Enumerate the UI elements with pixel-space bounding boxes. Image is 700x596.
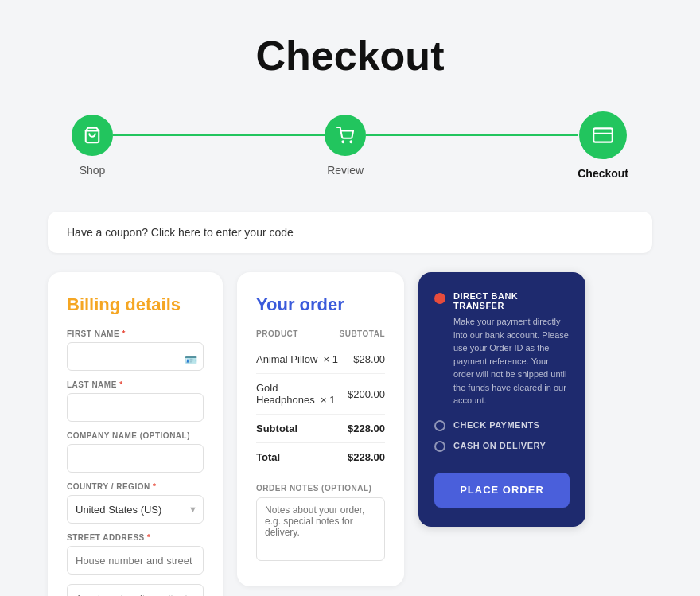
last-name-input[interactable] (67, 393, 204, 422)
step-review-circle (325, 115, 366, 156)
step-shop[interactable]: Shop (72, 115, 113, 177)
step-checkout-label: Checkout (578, 167, 628, 180)
item-2-name: Gold Headphones × 1 (256, 374, 339, 415)
step-line-1 (113, 134, 325, 136)
bank-transfer-title: DIRECT BANK TRANSFER (453, 291, 570, 310)
progress-steps: Shop Review (48, 111, 652, 180)
order-item-1: Animal Pillow × 1 $28.00 (256, 345, 385, 374)
payment-card: DIRECT BANK TRANSFER Make your payment d… (418, 272, 585, 527)
place-order-button[interactable]: PLACE ORDER (434, 473, 570, 508)
country-select[interactable]: United States (US) Canada United Kingdom (67, 495, 204, 524)
payment-option-check[interactable]: CHECK PAYMENTS (434, 419, 570, 431)
step-line-2 (366, 134, 578, 136)
subtotal-label: Subtotal (256, 415, 339, 443)
company-label: COMPANY NAME (OPTIONAL) (67, 431, 204, 440)
country-label: COUNTRY / REGION * (67, 482, 204, 491)
subtotal-value: $228.00 (339, 415, 385, 443)
billing-card: Billing details FIRST NAME * 🪪 LAST NAME… (48, 272, 223, 596)
step-shop-label: Shop (80, 164, 106, 177)
last-name-label: LAST NAME * (67, 380, 204, 389)
street-label: STREET ADDRESS * (67, 533, 204, 542)
total-label: Total (256, 443, 339, 472)
first-name-label: FIRST NAME * (67, 329, 204, 338)
bank-transfer-content: DIRECT BANK TRANSFER Make your payment d… (453, 291, 570, 407)
id-icon: 🪪 (185, 354, 197, 366)
order-item-2: Gold Headphones × 1 $200.00 (256, 374, 385, 415)
country-wrapper: United States (US) Canada United Kingdom… (67, 495, 204, 524)
order-card: Your order PRODUCT SUBTOTAL Animal Pillo… (237, 272, 404, 586)
apt-input[interactable] (67, 584, 204, 596)
svg-point-1 (342, 141, 344, 142)
item-1-name: Animal Pillow × 1 (256, 345, 339, 374)
check-label: CHECK PAYMENTS (453, 420, 539, 430)
radio-bank-transfer[interactable] (434, 293, 445, 304)
item-1-price: $28.00 (339, 345, 385, 374)
svg-point-2 (351, 141, 352, 142)
first-name-input[interactable] (67, 342, 204, 371)
bank-transfer-desc: Make your payment directly into our bank… (453, 315, 570, 407)
svg-rect-3 (593, 128, 612, 142)
cod-label: CASH ON DELIVERY (453, 441, 546, 450)
order-title: Your order (256, 294, 385, 315)
step-review[interactable]: Review (325, 115, 366, 177)
step-checkout[interactable]: Checkout (578, 111, 628, 180)
subtotal-row: Subtotal $228.00 (256, 415, 385, 443)
page-title: Checkout (48, 32, 652, 80)
total-value: $228.00 (339, 443, 385, 472)
col-subtotal: SUBTOTAL (339, 329, 385, 345)
step-shop-circle (72, 115, 113, 156)
radio-check[interactable] (434, 420, 445, 431)
street-input[interactable] (67, 546, 204, 575)
main-content: Billing details FIRST NAME * 🪪 LAST NAME… (48, 272, 652, 596)
notes-label: ORDER NOTES (OPTIONAL) (256, 484, 385, 493)
payment-option-cod[interactable]: CASH ON DELIVERY (434, 439, 570, 452)
order-table: PRODUCT SUBTOTAL Animal Pillow × 1 $28.0… (256, 329, 385, 471)
notes-textarea[interactable] (256, 497, 385, 561)
step-checkout-circle (579, 111, 627, 159)
company-input[interactable] (67, 444, 204, 473)
total-row: Total $228.00 (256, 443, 385, 472)
coupon-banner[interactable]: Have a coupon? Click here to enter your … (48, 212, 652, 253)
first-name-field-wrapper: 🪪 (67, 342, 204, 380)
coupon-text: Have a coupon? Click here to enter your … (67, 226, 294, 239)
col-product: PRODUCT (256, 329, 339, 345)
item-2-price: $200.00 (339, 374, 385, 415)
billing-title: Billing details (67, 294, 204, 315)
radio-cod[interactable] (434, 441, 445, 452)
step-review-label: Review (327, 164, 364, 177)
payment-option-bank[interactable]: DIRECT BANK TRANSFER Make your payment d… (434, 291, 570, 407)
